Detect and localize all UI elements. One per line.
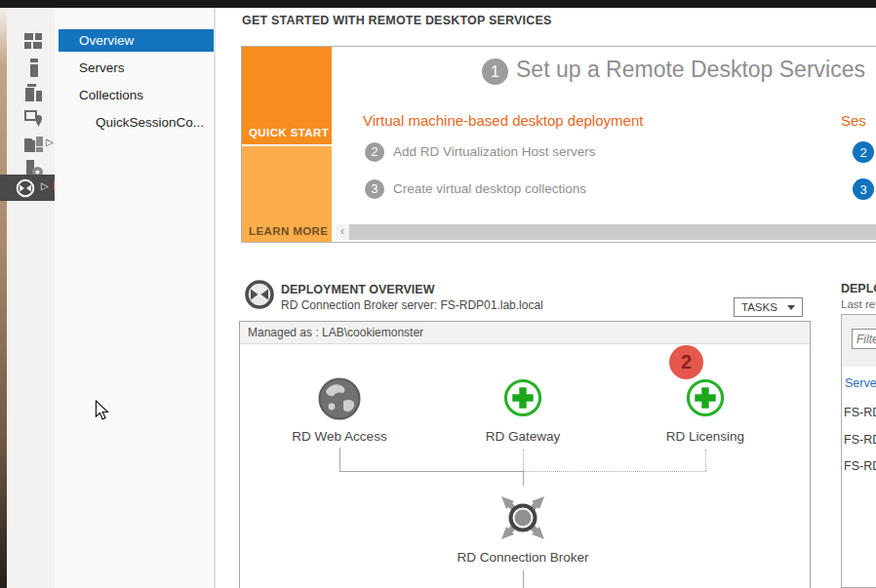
session-step-circle-3: 3 — [853, 178, 874, 200]
step-circle-3: 3 — [365, 179, 384, 199]
annotation-badge-2: 2 — [669, 345, 703, 379]
vm-step-3-label: Create virtual desktop collections — [393, 181, 586, 196]
add-rd-gateway-icon[interactable] — [503, 378, 542, 417]
file-storage-icon[interactable] — [22, 133, 46, 156]
node-rd-web-access[interactable]: RD Web Access — [271, 429, 408, 444]
connection-broker-server-text: RD Connection Broker server: FS-RDP01.la… — [281, 298, 543, 312]
get-started-title: GET STARTED WITH REMOTE DESKTOP SERVICES — [242, 14, 552, 27]
connector-line — [523, 570, 524, 588]
connector-line-dotted — [705, 450, 706, 471]
mouse-cursor — [95, 400, 109, 420]
tasks-button[interactable]: TASKS — [734, 297, 803, 317]
quick-start-heading: Set up a Remote Desktop Services — [516, 57, 865, 83]
node-rd-licensing[interactable]: RD Licensing — [637, 429, 774, 444]
server-certificate-icon[interactable] — [22, 106, 46, 130]
panel-divider — [214, 8, 216, 588]
tasks-button-label: TASKS — [741, 301, 777, 313]
managed-as-bar: Managed as : LAB\cookiemonster — [240, 322, 810, 344]
node-rd-connection-broker[interactable]: RD Connection Broker — [445, 550, 601, 565]
local-server-icon[interactable] — [22, 57, 46, 80]
nav-item-servers[interactable]: Servers — [59, 57, 214, 79]
filter-input[interactable] — [852, 329, 876, 349]
globe-icon[interactable] — [317, 376, 362, 421]
remote-desktop-services-icon — [244, 279, 275, 310]
node-rd-gateway[interactable]: RD Gateway — [455, 429, 591, 444]
add-rd-licensing-icon[interactable] — [686, 378, 725, 417]
deployment-overview-panel — [239, 321, 811, 588]
deployment-servers-title: DEPLO — [841, 282, 876, 295]
server-row[interactable]: FS-RD — [844, 406, 876, 419]
session-step-circle-2: 2 — [853, 141, 874, 163]
vm-step-2-label: Add RD Virtualization Host servers — [393, 144, 596, 159]
quick-start-tab[interactable]: QUICK START — [242, 47, 332, 144]
remote-desktop-services-icon — [15, 177, 36, 199]
quick-start-label: QUICK START — [249, 127, 329, 138]
dashboard-icon[interactable] — [22, 29, 46, 53]
rd-connection-broker-icon[interactable] — [499, 494, 546, 541]
nav-item-quicksessioncollection[interactable]: QuickSessionCo... — [59, 111, 214, 134]
server-row[interactable]: FS-RD — [844, 433, 876, 447]
sidebar-icon-rail: ▷ — [7, 8, 55, 588]
vm-deployment-link[interactable]: Virtual machine-based desktop deployment — [363, 112, 643, 129]
learn-more-label: LEARN MORE — [249, 225, 328, 237]
horizontal-scrollbar-thumb[interactable] — [349, 224, 876, 240]
connector-line — [339, 471, 524, 472]
step-circle-2: 2 — [365, 142, 384, 162]
sidebar-item-remote-desktop-services[interactable]: ▷ — [0, 175, 55, 201]
connector-line-dotted — [523, 471, 706, 472]
deployment-overview-title: DEPLOYMENT OVERVIEW — [281, 283, 434, 296]
connector-line — [339, 448, 340, 471]
scroll-left-icon: ‹ — [340, 224, 344, 238]
window-top-bar — [0, 0, 876, 8]
nav-item-overview[interactable]: Overview — [59, 29, 214, 52]
server-name-column-header[interactable]: Serve — [845, 376, 876, 390]
step-circle-1: 1 — [482, 59, 508, 85]
learn-more-tab[interactable]: LEARN MORE — [242, 146, 332, 242]
server-row[interactable]: FS-RD — [844, 459, 876, 473]
session-deployment-link[interactable]: Ses — [841, 112, 866, 129]
chevron-down-icon — [787, 305, 795, 310]
connector-line-dotted — [523, 450, 524, 471]
expand-arrow-icon[interactable]: ▷ — [41, 180, 49, 191]
expand-arrow-icon[interactable]: ▷ — [46, 137, 54, 147]
desktop-wallpaper-strip — [0, 8, 7, 588]
scroll-left-button[interactable]: ‹ — [336, 224, 349, 240]
all-servers-icon[interactable] — [22, 82, 46, 105]
connector-line — [523, 472, 524, 486]
last-refreshed-text: Last ref — [841, 298, 876, 310]
nav-item-collections[interactable]: Collections — [59, 84, 214, 106]
